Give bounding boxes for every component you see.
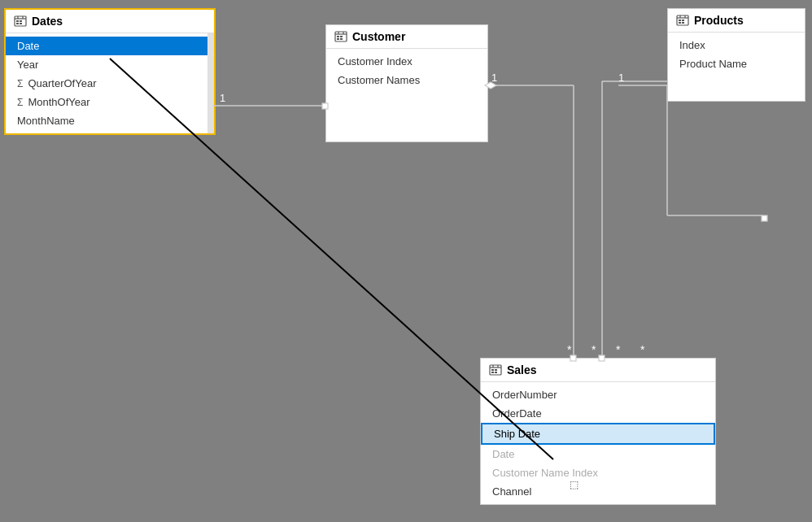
dates-row-monthname-label: MonthName xyxy=(17,115,75,127)
svg-rect-4 xyxy=(16,20,19,22)
dates-row-year[interactable]: Year xyxy=(6,55,214,74)
dates-table-body: Date Year Σ QuarterOfYear Σ MonthOfYear … xyxy=(6,33,214,133)
products-row-name[interactable]: Product Name xyxy=(668,54,805,73)
dates-table-icon xyxy=(14,15,27,28)
products-table-spacer xyxy=(668,73,805,98)
sales-row-date-label: Date xyxy=(492,448,514,460)
products-table-icon xyxy=(676,14,689,27)
customer-row-names-label: Customer Names xyxy=(338,74,420,86)
sales-row-ordernumber[interactable]: OrderNumber xyxy=(481,385,715,404)
sales-table-icon xyxy=(489,363,502,376)
sales-row-orderdate[interactable]: OrderDate xyxy=(481,404,715,423)
dates-row-quarterofyear-label: QuarterOfYear xyxy=(28,77,96,89)
sales-row-customernameindex-label: Customer Name Index xyxy=(492,467,598,479)
svg-text:1: 1 xyxy=(618,72,624,84)
dates-row-year-label: Year xyxy=(17,59,38,71)
products-table-title: Products xyxy=(694,14,744,27)
products-table-body: Index Product Name xyxy=(668,33,805,101)
svg-rect-22 xyxy=(679,22,681,24)
customer-table: Customer Customer Index Customer Names xyxy=(325,24,488,142)
dates-row-monthofyear-label: MonthOfYear xyxy=(28,96,89,108)
sales-table: Sales OrderNumber OrderDate Ship Date Da… xyxy=(480,358,716,505)
svg-rect-29 xyxy=(495,369,497,371)
sales-row-date[interactable]: Date xyxy=(481,445,715,463)
svg-text:1: 1 xyxy=(491,72,497,84)
sales-table-body: OrderNumber OrderDate Ship Date Date Cus… xyxy=(481,382,715,504)
dates-row-date-label: Date xyxy=(17,40,39,52)
sigma-icon-2: Σ xyxy=(17,97,23,108)
svg-rect-7 xyxy=(20,23,22,24)
sales-row-customernameindex[interactable]: Customer Name Index xyxy=(481,463,715,482)
svg-rect-41 xyxy=(762,215,767,221)
svg-rect-15 xyxy=(340,38,343,40)
svg-rect-20 xyxy=(679,20,681,21)
svg-rect-28 xyxy=(491,369,494,371)
svg-text:*: * xyxy=(592,343,596,356)
products-row-name-label: Product Name xyxy=(679,58,747,70)
products-row-index[interactable]: Index xyxy=(668,36,805,54)
dates-row-quarterofyear[interactable]: Σ QuarterOfYear xyxy=(6,74,214,93)
dates-table: Dates Date Year Σ QuarterOfYear Σ MonthO… xyxy=(4,8,216,135)
svg-text:*: * xyxy=(616,343,621,356)
customer-row-index-label: Customer Index xyxy=(338,55,413,67)
sigma-icon-1: Σ xyxy=(17,78,23,89)
customer-row-names[interactable]: Customer Names xyxy=(326,71,487,89)
svg-rect-23 xyxy=(682,22,684,24)
dates-table-header: Dates xyxy=(6,10,214,33)
products-table-header: Products xyxy=(668,9,805,33)
sales-row-shipdate[interactable]: Ship Date xyxy=(481,423,715,445)
svg-rect-14 xyxy=(337,38,339,40)
svg-rect-5 xyxy=(20,20,22,22)
products-table: Products Index Product Name xyxy=(667,8,805,102)
customer-table-header: Customer xyxy=(326,25,487,49)
sales-table-title: Sales xyxy=(507,363,537,376)
svg-rect-21 xyxy=(682,20,684,21)
svg-rect-12 xyxy=(337,36,339,37)
svg-text:*: * xyxy=(640,343,645,356)
dates-row-monthname[interactable]: MonthName xyxy=(6,111,214,130)
products-row-index-label: Index xyxy=(679,39,705,51)
customer-table-spacer xyxy=(326,89,487,138)
svg-text:*: * xyxy=(567,343,572,356)
sales-row-ordernumber-label: OrderNumber xyxy=(492,389,557,401)
customer-table-title: Customer xyxy=(352,30,405,43)
sales-row-shipdate-label: Ship Date xyxy=(494,428,540,440)
dates-row-date[interactable]: Date xyxy=(6,37,214,55)
sales-row-channel-label: Channel xyxy=(492,485,531,498)
svg-rect-6 xyxy=(16,23,19,24)
svg-text:1: 1 xyxy=(220,92,225,104)
sales-table-header: Sales xyxy=(481,359,715,382)
dates-row-monthofyear[interactable]: Σ MonthOfYear xyxy=(6,93,214,111)
dates-scrollbar[interactable] xyxy=(207,33,214,133)
dates-table-title: Dates xyxy=(32,15,63,28)
sales-row-channel[interactable]: Channel xyxy=(481,482,715,501)
sales-row-orderdate-label: OrderDate xyxy=(492,407,542,420)
svg-rect-13 xyxy=(340,36,343,37)
customer-table-icon xyxy=(334,30,347,43)
svg-rect-31 xyxy=(495,372,497,373)
customer-table-body: Customer Index Customer Names xyxy=(326,49,487,141)
customer-row-index[interactable]: Customer Index xyxy=(326,52,487,71)
svg-rect-30 xyxy=(491,372,494,373)
